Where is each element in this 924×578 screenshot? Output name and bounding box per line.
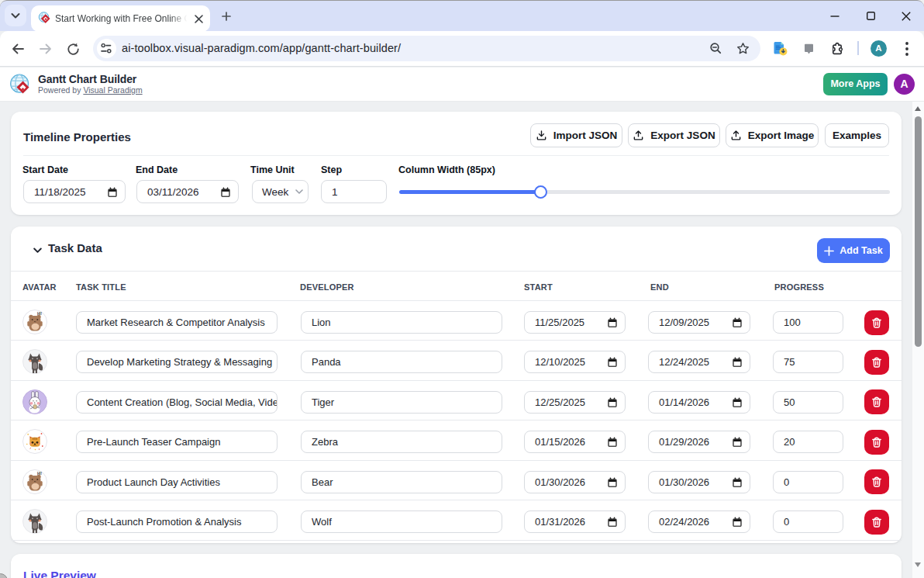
svg-text:HI!: HI!	[37, 472, 43, 476]
svg-text:HI!: HI!	[37, 312, 43, 316]
